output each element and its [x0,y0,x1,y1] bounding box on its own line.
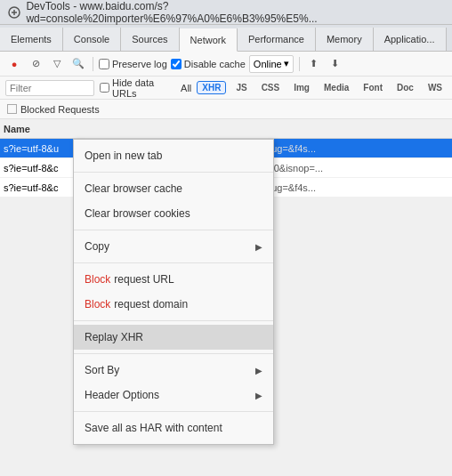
menu-item-text: Replay XHR [85,331,143,343]
record-btn[interactable]: ● [5,55,23,73]
menu-item-save-har[interactable]: Save all as HAR with content [74,415,273,440]
menu-item-sort-by[interactable]: Sort By▶ [74,358,273,383]
menu-item-open-new-tab[interactable]: Open in new tab [74,143,273,168]
block-word: Block [85,298,110,311]
filter-bar: Hide data URLs All XHR JS CSS Img Media … [0,77,452,100]
all-tag[interactable]: All [181,83,191,93]
download-btn[interactable]: ⬇ [327,55,344,73]
tab-performance[interactable]: Performance [238,28,316,51]
tab-application[interactable]: Applicatio... [374,28,447,51]
menu-item-clear-cookies[interactable]: Clear browser cookies [74,201,273,226]
block-rest: request URL [114,273,174,286]
filter-btn[interactable]: ▽ [48,55,66,73]
tab-memory[interactable]: Memory [316,28,374,51]
tag-css[interactable]: CSS [257,82,285,93]
menu-item-text: Clear browser cache [85,182,182,195]
block-rest: request domain [114,298,188,311]
menu-item-text: Open in new tab [85,149,162,162]
tag-media[interactable]: Media [319,82,353,93]
menu-item-clear-cache[interactable]: Clear browser cache [74,176,273,201]
menu-item-text: Header Options [85,389,159,401]
menu-item-text: Block request URL [85,273,174,286]
search-btn[interactable]: 🔍 [69,55,87,73]
hide-data-urls-text: Hide data URLs [112,77,175,99]
menu-separator [74,230,273,230]
tag-ws[interactable]: WS [424,82,447,93]
preserve-log-text: Preserve log [112,59,167,69]
hide-data-urls-checkbox[interactable] [100,83,109,93]
preserve-log-checkbox[interactable] [99,59,109,69]
blocked-bar: Blocked Requests [0,100,452,119]
tag-doc[interactable]: Doc [392,82,418,93]
menu-separator [74,320,273,321]
tag-font[interactable]: Font [359,82,387,93]
divider2 [299,57,300,71]
tab-sources[interactable]: Sources [121,28,179,51]
blocked-checkbox-icon [7,104,17,114]
menu-item-block-domain[interactable]: Block request domain [74,292,273,317]
divider1 [93,57,93,71]
preserve-log-label: Preserve log [99,59,167,69]
menu-item-text: Save all as HAR with content [85,422,222,434]
submenu-arrow-icon: ▶ [255,242,262,252]
tab-bar: Elements Console Sources Network Perform… [0,25,452,52]
menu-item-text: Sort By [85,364,119,376]
name-col-header: Name [4,124,30,134]
disable-cache-label: Disable cache [171,59,246,69]
submenu-arrow-icon: ▶ [255,391,262,400]
upload-btn[interactable]: ⬆ [305,55,323,73]
block-word: Block [85,273,110,286]
tag-js[interactable]: JS [231,82,251,93]
tab-elements[interactable]: Elements [0,28,63,51]
submenu-arrow-icon: ▶ [255,366,262,375]
title-bar-text: DevTools - www.baidu.com/s?wd=console%20… [26,0,445,25]
menu-separator [74,262,273,263]
toolbar: ● ⊘ ▽ 🔍 Preserve log Disable cache Onlin… [0,52,452,77]
menu-item-block-url[interactable]: Block request URL [74,267,273,292]
menu-separator [74,411,273,412]
filter-input[interactable] [5,80,94,96]
blocked-bar-label: Blocked Requests [20,104,100,115]
menu-separator [74,353,273,354]
title-bar: DevTools - www.baidu.com/s?wd=console%20… [0,0,452,25]
table-header: Name [0,119,452,139]
tag-img[interactable]: Img [289,82,314,93]
tab-network[interactable]: Network [180,28,238,52]
hide-data-urls-label: Hide data URLs [100,77,175,99]
context-menu: Open in new tabClear browser cacheClear … [73,139,274,445]
menu-item-text: Block request domain [85,298,188,311]
menu-item-replay-xhr[interactable]: Replay XHR [74,325,273,350]
menu-item-text: Clear browser cookies [85,207,190,220]
online-text: Online [254,59,282,69]
chevron-down-icon: ▾ [284,58,289,69]
menu-item-copy[interactable]: Copy▶ [74,234,273,259]
menu-item-text: Copy [85,240,109,253]
menu-separator [74,172,273,173]
table-body: s?ie=utf-8&u d...26350&_ss=1&clist=&hsug… [0,139,452,198]
online-dropdown[interactable]: Online ▾ [249,55,294,73]
disable-cache-checkbox[interactable] [171,59,182,69]
tab-console[interactable]: Console [63,28,121,51]
tag-xhr[interactable]: XHR [197,81,226,94]
menu-item-header-options[interactable]: Header Options▶ [74,383,273,407]
disable-cache-text: Disable cache [184,59,246,69]
devtools-icon [7,5,20,20]
clear-btn[interactable]: ⊘ [27,55,44,73]
